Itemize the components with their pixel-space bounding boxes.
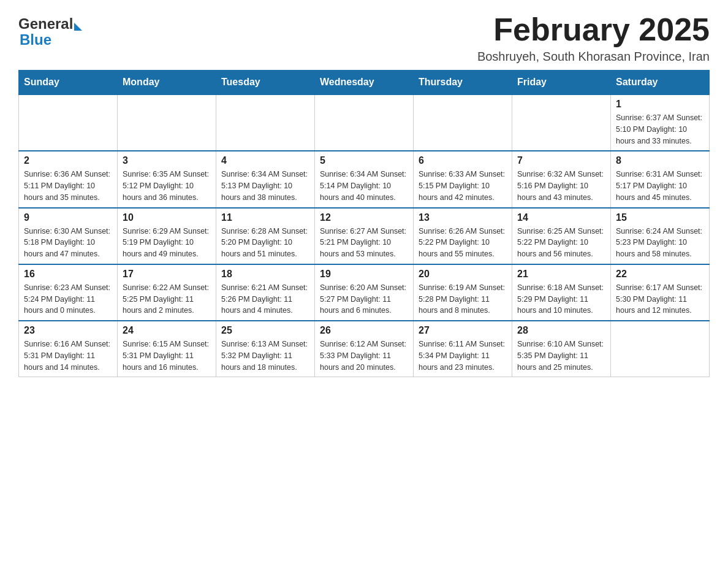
day-number: 13 [419, 212, 507, 223]
col-monday: Monday [118, 71, 216, 95]
calendar-cell: 10Sunrise: 6:29 AM Sunset: 5:19 PM Dayli… [118, 208, 216, 264]
calendar-cell: 17Sunrise: 6:22 AM Sunset: 5:25 PM Dayli… [118, 264, 216, 321]
day-info: Sunrise: 6:26 AM Sunset: 5:22 PM Dayligh… [419, 226, 507, 260]
calendar-cell: 21Sunrise: 6:18 AM Sunset: 5:29 PM Dayli… [512, 264, 611, 321]
day-info: Sunrise: 6:22 AM Sunset: 5:25 PM Dayligh… [123, 282, 211, 316]
day-info: Sunrise: 6:19 AM Sunset: 5:28 PM Dayligh… [419, 282, 507, 316]
calendar-cell: 4Sunrise: 6:34 AM Sunset: 5:13 PM Daylig… [216, 151, 315, 207]
col-tuesday: Tuesday [216, 71, 315, 95]
calendar-cell: 23Sunrise: 6:16 AM Sunset: 5:31 PM Dayli… [19, 321, 118, 377]
day-info: Sunrise: 6:34 AM Sunset: 5:13 PM Dayligh… [221, 169, 309, 203]
calendar-cell: 19Sunrise: 6:20 AM Sunset: 5:27 PM Dayli… [315, 264, 414, 321]
header: General Blue February 2025 Boshruyeh, So… [18, 12, 710, 64]
calendar-cell: 7Sunrise: 6:32 AM Sunset: 5:16 PM Daylig… [512, 151, 611, 207]
calendar-cell [512, 94, 611, 151]
day-info: Sunrise: 6:16 AM Sunset: 5:31 PM Dayligh… [24, 339, 112, 373]
calendar-cell: 18Sunrise: 6:21 AM Sunset: 5:26 PM Dayli… [216, 264, 315, 321]
logo-general-text: General [18, 15, 73, 33]
day-info: Sunrise: 6:12 AM Sunset: 5:33 PM Dayligh… [320, 339, 408, 373]
day-number: 14 [517, 212, 605, 223]
title-area: February 2025 Boshruyeh, South Khorasan … [477, 12, 710, 64]
calendar-header-row: Sunday Monday Tuesday Wednesday Thursday… [19, 71, 710, 95]
calendar-week-row: 1Sunrise: 6:37 AM Sunset: 5:10 PM Daylig… [19, 94, 710, 151]
day-number: 10 [123, 212, 211, 223]
calendar-cell [611, 321, 710, 377]
calendar-cell [19, 94, 118, 151]
day-info: Sunrise: 6:10 AM Sunset: 5:35 PM Dayligh… [517, 339, 605, 373]
calendar-cell: 9Sunrise: 6:30 AM Sunset: 5:18 PM Daylig… [19, 208, 118, 264]
col-sunday: Sunday [19, 71, 118, 95]
day-info: Sunrise: 6:11 AM Sunset: 5:34 PM Dayligh… [419, 339, 507, 373]
day-number: 21 [517, 269, 605, 280]
day-info: Sunrise: 6:23 AM Sunset: 5:24 PM Dayligh… [24, 282, 112, 316]
day-number: 22 [616, 269, 704, 280]
day-info: Sunrise: 6:35 AM Sunset: 5:12 PM Dayligh… [123, 169, 211, 203]
calendar-cell: 27Sunrise: 6:11 AM Sunset: 5:34 PM Dayli… [414, 321, 512, 377]
calendar-cell: 24Sunrise: 6:15 AM Sunset: 5:31 PM Dayli… [118, 321, 216, 377]
col-thursday: Thursday [414, 71, 512, 95]
day-number: 28 [517, 325, 605, 336]
calendar-cell: 6Sunrise: 6:33 AM Sunset: 5:15 PM Daylig… [414, 151, 512, 207]
calendar-cell: 28Sunrise: 6:10 AM Sunset: 5:35 PM Dayli… [512, 321, 611, 377]
col-friday: Friday [512, 71, 611, 95]
day-info: Sunrise: 6:34 AM Sunset: 5:14 PM Dayligh… [320, 169, 408, 203]
day-number: 23 [24, 325, 112, 336]
day-number: 15 [616, 212, 704, 223]
day-number: 9 [24, 212, 112, 223]
day-number: 26 [320, 325, 408, 336]
day-number: 3 [123, 155, 211, 166]
calendar-cell: 5Sunrise: 6:34 AM Sunset: 5:14 PM Daylig… [315, 151, 414, 207]
day-number: 27 [419, 325, 507, 336]
location-title: Boshruyeh, South Khorasan Province, Iran [477, 50, 710, 64]
day-number: 4 [221, 155, 309, 166]
calendar-table: Sunday Monday Tuesday Wednesday Thursday… [18, 70, 710, 377]
day-info: Sunrise: 6:27 AM Sunset: 5:21 PM Dayligh… [320, 226, 408, 260]
day-info: Sunrise: 6:37 AM Sunset: 5:10 PM Dayligh… [616, 112, 704, 147]
calendar-cell: 11Sunrise: 6:28 AM Sunset: 5:20 PM Dayli… [216, 208, 315, 264]
calendar-cell [216, 94, 315, 151]
calendar-week-row: 23Sunrise: 6:16 AM Sunset: 5:31 PM Dayli… [19, 321, 710, 377]
day-number: 6 [419, 155, 507, 166]
day-number: 19 [320, 269, 408, 280]
day-info: Sunrise: 6:24 AM Sunset: 5:23 PM Dayligh… [616, 226, 704, 260]
day-info: Sunrise: 6:30 AM Sunset: 5:18 PM Dayligh… [24, 226, 112, 260]
day-number: 17 [123, 269, 211, 280]
day-number: 12 [320, 212, 408, 223]
calendar-cell [414, 94, 512, 151]
day-info: Sunrise: 6:13 AM Sunset: 5:32 PM Dayligh… [221, 339, 309, 373]
calendar-cell: 15Sunrise: 6:24 AM Sunset: 5:23 PM Dayli… [611, 208, 710, 264]
day-number: 25 [221, 325, 309, 336]
day-number: 8 [616, 155, 704, 166]
logo: General Blue [18, 12, 82, 48]
day-number: 24 [123, 325, 211, 336]
day-info: Sunrise: 6:17 AM Sunset: 5:30 PM Dayligh… [616, 282, 704, 316]
day-number: 20 [419, 269, 507, 280]
day-info: Sunrise: 6:29 AM Sunset: 5:19 PM Dayligh… [123, 226, 211, 260]
day-info: Sunrise: 6:18 AM Sunset: 5:29 PM Dayligh… [517, 282, 605, 316]
day-info: Sunrise: 6:28 AM Sunset: 5:20 PM Dayligh… [221, 226, 309, 260]
calendar-cell: 14Sunrise: 6:25 AM Sunset: 5:22 PM Dayli… [512, 208, 611, 264]
calendar-cell: 16Sunrise: 6:23 AM Sunset: 5:24 PM Dayli… [19, 264, 118, 321]
day-info: Sunrise: 6:21 AM Sunset: 5:26 PM Dayligh… [221, 282, 309, 316]
calendar-cell: 22Sunrise: 6:17 AM Sunset: 5:30 PM Dayli… [611, 264, 710, 321]
calendar-cell [118, 94, 216, 151]
col-wednesday: Wednesday [315, 71, 414, 95]
calendar-week-row: 9Sunrise: 6:30 AM Sunset: 5:18 PM Daylig… [19, 208, 710, 264]
calendar-cell: 13Sunrise: 6:26 AM Sunset: 5:22 PM Dayli… [414, 208, 512, 264]
calendar-cell: 26Sunrise: 6:12 AM Sunset: 5:33 PM Dayli… [315, 321, 414, 377]
day-number: 2 [24, 155, 112, 166]
day-info: Sunrise: 6:25 AM Sunset: 5:22 PM Dayligh… [517, 226, 605, 260]
calendar-cell: 25Sunrise: 6:13 AM Sunset: 5:32 PM Dayli… [216, 321, 315, 377]
calendar-cell: 12Sunrise: 6:27 AM Sunset: 5:21 PM Dayli… [315, 208, 414, 264]
calendar-cell: 1Sunrise: 6:37 AM Sunset: 5:10 PM Daylig… [611, 94, 710, 151]
day-number: 11 [221, 212, 309, 223]
col-saturday: Saturday [611, 71, 710, 95]
day-info: Sunrise: 6:31 AM Sunset: 5:17 PM Dayligh… [616, 169, 704, 203]
calendar-week-row: 16Sunrise: 6:23 AM Sunset: 5:24 PM Dayli… [19, 264, 710, 321]
day-info: Sunrise: 6:20 AM Sunset: 5:27 PM Dayligh… [320, 282, 408, 316]
day-info: Sunrise: 6:32 AM Sunset: 5:16 PM Dayligh… [517, 169, 605, 203]
logo-triangle-icon [74, 23, 82, 31]
day-info: Sunrise: 6:36 AM Sunset: 5:11 PM Dayligh… [24, 169, 112, 203]
day-number: 16 [24, 269, 112, 280]
calendar-cell: 2Sunrise: 6:36 AM Sunset: 5:11 PM Daylig… [19, 151, 118, 207]
